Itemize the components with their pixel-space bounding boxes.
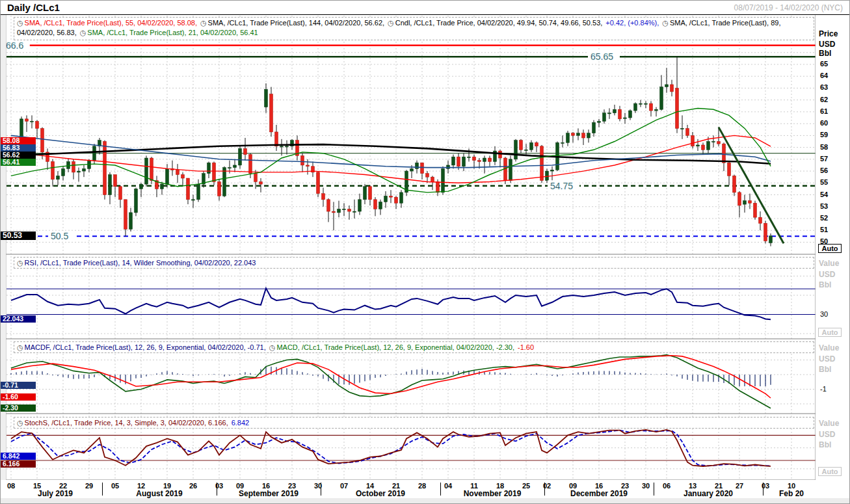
chart-window: 66.665.6554.7550.5 Daily /CLc1 08/07/201… (0, 0, 850, 504)
axis-tick-label: -1 (820, 386, 827, 393)
axis-tick-label: 62 (820, 96, 828, 103)
badge-rsi-value: 22.043 (1, 315, 36, 323)
price-axis[interactable]: Price USD Bbl Value USD Bbl Value USD Bb… (816, 15, 850, 480)
page-title: Daily /CLc1 (7, 2, 60, 13)
time-axis-month-label: November 2019 (444, 489, 541, 498)
axis-tick-label: 52 (820, 215, 828, 222)
axis-tick-label: 64 (820, 72, 828, 79)
axis-unit-bbl: Bbl (819, 49, 831, 58)
date-range-label: 08/07/2019 - 14/02/2020 (NYC) (734, 3, 843, 12)
auto-scale-button-rsi[interactable]: Auto (818, 328, 842, 337)
axis-tick-label: 55 (820, 179, 828, 186)
axis-unit-value-stoch: Value (819, 419, 839, 428)
time-axis-month-label: September 2019 (220, 489, 317, 498)
axis-tick-label: 65 (820, 60, 828, 68)
axis-unit-value-macd: Value (819, 343, 839, 352)
month-separator (440, 483, 441, 496)
time-axis-month-label: December 2019 (550, 489, 648, 498)
axis-unit-price: Price (819, 29, 838, 38)
axis-unit-usd: USD (819, 40, 835, 49)
badge-stoch-d-value: 6.842 (1, 453, 36, 460)
badge-last-price: 50.53 (1, 232, 36, 240)
axis-unit-usd-stoch: USD (819, 430, 835, 439)
time-axis-month-label: August 2019 (111, 489, 208, 498)
macd-panel[interactable] (6, 339, 816, 414)
axis-tick-label: 58 (820, 144, 828, 151)
auto-scale-button-price[interactable]: Auto (818, 244, 842, 253)
time-axis-month-label: October 2019 (332, 489, 429, 498)
axis-unit-bbl-stoch: Bbl (819, 440, 831, 449)
axis-tick-label: 56 (820, 167, 828, 174)
month-separator (763, 483, 764, 496)
badge-macd-value: -2.30 (1, 405, 36, 412)
month-separator (217, 483, 217, 496)
axis-tick-label: 59 (820, 131, 828, 139)
badge-macdf-value: -0.71 (1, 382, 36, 389)
badge-stoch-k-value: 6.166 (1, 460, 36, 468)
axis-tick-label: 51 (820, 226, 828, 233)
price-panel[interactable] (6, 15, 816, 254)
axis-tick-label: 63 (820, 84, 828, 91)
month-separator (321, 483, 321, 496)
title-bar: Daily /CLc1 08/07/2019 - 14/02/2020 (NYC… (1, 1, 850, 15)
axis-unit-usd-macd: USD (819, 354, 835, 364)
axis-unit-usd-rsi: USD (819, 270, 835, 279)
axis-tick-label: 61 (820, 108, 828, 115)
badge-macd-signal-value: -1.60 (1, 393, 36, 401)
rsi-panel[interactable] (6, 254, 816, 339)
stoch-panel[interactable] (6, 414, 816, 480)
time-axis-month-label: Feb 20 (743, 489, 840, 498)
badge-sma21-value: 56.41 (1, 159, 36, 166)
month-separator (102, 483, 103, 496)
month-separator (654, 483, 654, 496)
axis-tick-label: 57 (820, 155, 828, 163)
axis-unit-bbl-macd: Bbl (819, 365, 831, 374)
month-separator (544, 483, 545, 496)
time-axis-month-label: July 2019 (7, 489, 104, 498)
axis-tick-label: 60 (820, 120, 828, 127)
time-axis[interactable]: 0815222905121926030916233007142128041118… (1, 480, 850, 498)
auto-scale-button-stoch[interactable]: Auto (818, 467, 842, 476)
axis-unit-value-rsi: Value (819, 259, 839, 268)
axis-tick-label: 53 (820, 203, 828, 210)
axis-tick-label: 30 (820, 311, 828, 318)
axis-unit-bbl-rsi: Bbl (819, 280, 831, 289)
left-margin (1, 15, 6, 497)
axis-tick-label: 54 (820, 191, 828, 198)
